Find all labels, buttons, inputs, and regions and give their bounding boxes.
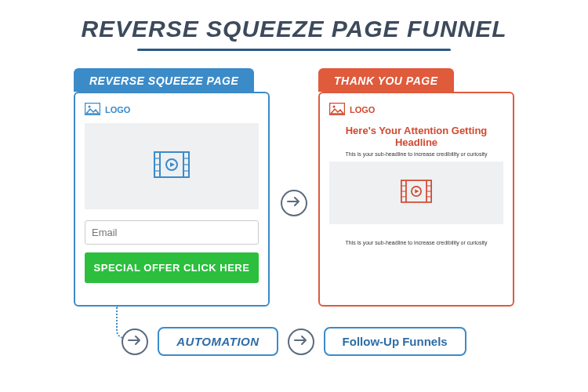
logo-label: LOGO [350,105,375,114]
cta-button[interactable]: SPECIAL OFFER CLICK HERE [85,252,259,283]
svg-point-13 [333,106,336,108]
video-placeholder [329,162,503,224]
arrow-right-icon [128,335,142,349]
page-title: REVERSE SQUEEZE PAGE FUNNEL [0,16,588,42]
logo-row: LOGO [85,103,259,117]
arrow-right-icon [294,335,308,349]
thankyou-page-column: THANK YOU PAGE LOGO Here's Your Attentio… [318,68,514,307]
image-icon [329,103,345,117]
attention-headline: Here's Your Attention Getting Headline [329,125,503,148]
squeeze-page-tab: REVERSE SQUEEZE PAGE [74,68,254,92]
squeeze-page-column: REVERSE SQUEEZE PAGE LOGO SPECIAL OFFER … [74,68,270,307]
thankyou-page-tab: THANK YOU PAGE [318,68,454,92]
video-icon [401,180,432,206]
squeeze-page-card: LOGO SPECIAL OFFER CLICK HERE [74,92,270,307]
arrow-to-thankyou [281,190,307,216]
sub-headline-top: This is your sub-headline to increase cr… [329,151,503,157]
logo-row: LOGO [329,103,503,117]
automation-pill: AUTOMATION [158,327,278,356]
arrow-right-icon [287,196,301,210]
logo-label: LOGO [105,105,130,114]
sub-headline-bottom: This is your sub-headline to increase cr… [329,240,503,245]
svg-point-1 [89,106,91,108]
followup-funnels-pill: Follow-Up Funnels [324,327,466,356]
email-field[interactable] [85,220,259,245]
arrow-to-followup [288,328,314,355]
thankyou-page-card: LOGO Here's Your Attention Getting Headl… [318,92,514,307]
video-icon [154,151,190,181]
title-underline [137,49,451,51]
image-icon [85,103,100,117]
video-placeholder [85,123,259,209]
arrow-to-automation [122,328,148,355]
